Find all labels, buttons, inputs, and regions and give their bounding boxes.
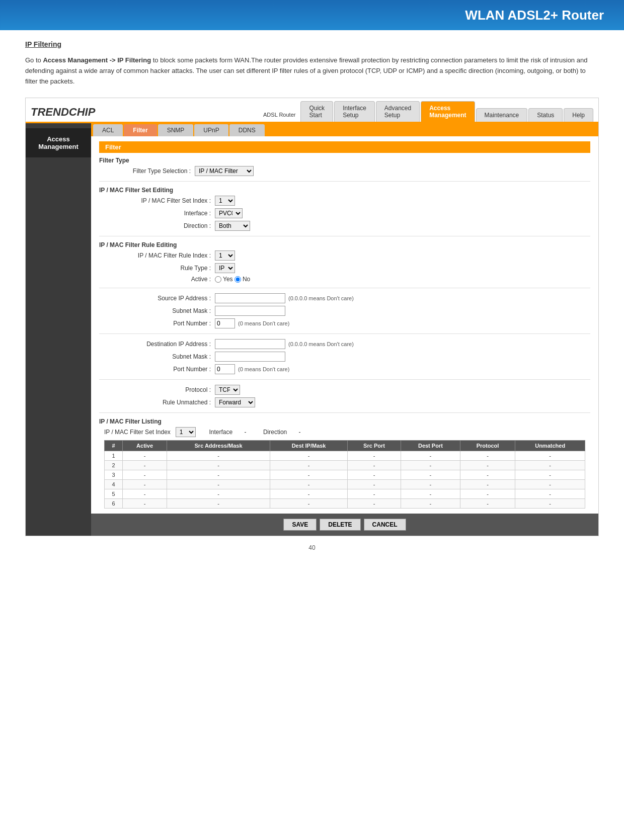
rule-unmatched-label: Rule Unmatched : — [104, 399, 215, 406]
active-label: Active : — [104, 276, 215, 283]
direction-select[interactable]: BothIncomingOutgoing — [215, 221, 250, 231]
listing-set-index-select[interactable]: 1 — [176, 427, 196, 437]
table-row: 5 - - - - - - - — [105, 489, 585, 499]
ip-filtering-heading: IP Filtering — [25, 40, 599, 48]
interface-row: Interface : PVC0PVC1PVC2 — [99, 208, 590, 218]
cell-num: 4 — [105, 480, 123, 489]
dest-subnet-input[interactable] — [215, 352, 285, 362]
router-frame: TRENDCHIP ADSL Router QuickStart Interfa… — [25, 98, 599, 536]
protocol-row: Protocol : TCPUDPICMPAny — [99, 385, 590, 395]
src-subnet-input[interactable] — [215, 306, 285, 316]
col-dest: Dest IP/Mask — [270, 441, 348, 451]
src-port-row: Port Number : (0 means Don't care) — [99, 318, 590, 328]
cancel-button[interactable]: CANCEL — [364, 519, 406, 531]
cell-dest-port: - — [401, 451, 460, 461]
cell-unmatched: - — [515, 480, 585, 489]
router-body: AccessManagement ACL Filter SNMP UPnP DD… — [26, 123, 598, 536]
col-src: Src Address/Mask — [167, 441, 270, 451]
cell-active: - — [123, 470, 167, 480]
dest-port-input[interactable] — [215, 364, 235, 374]
cell-protocol: - — [460, 461, 515, 470]
cell-num: 3 — [105, 470, 123, 480]
rule-type-select[interactable]: IPMAC — [215, 263, 235, 273]
cell-num: 2 — [105, 461, 123, 470]
cell-src: - — [167, 461, 270, 470]
page-number: 40 — [308, 544, 315, 551]
rule-index-select[interactable]: 123 — [215, 250, 235, 261]
table-row: 3 - - - - - - - — [105, 470, 585, 480]
cell-dest: - — [270, 451, 348, 461]
active-yes-label: Yes — [223, 276, 233, 283]
direction-row: Direction : BothIncomingOutgoing — [99, 221, 590, 231]
filter-type-select[interactable]: IP / MAC Filter Application Filter URL F… — [195, 166, 254, 176]
src-port-input[interactable] — [215, 318, 235, 328]
bottom-bar: SAVE DELETE CANCEL — [91, 514, 598, 536]
ip-mac-set-editing-label: IP / MAC Filter Set Editing — [99, 187, 590, 194]
interface-select[interactable]: PVC0PVC1PVC2 — [215, 208, 243, 218]
main-area: ACL Filter SNMP UPnP DDNS Filter Filter … — [91, 123, 598, 536]
cell-src-port: - — [347, 480, 401, 489]
dest-ip-input[interactable] — [215, 339, 285, 349]
tab-maintenance[interactable]: Maintenance — [476, 108, 528, 122]
active-row: Active : Yes No — [99, 276, 590, 283]
interface-label: Interface : — [104, 210, 215, 217]
cell-src-port: - — [347, 499, 401, 509]
listing-header-row: IP / MAC Filter Set Index 1 Interface - … — [99, 427, 590, 437]
cell-protocol: - — [460, 489, 515, 499]
listing-interface-value: - — [245, 429, 247, 436]
listing-interface-label: Interface — [209, 429, 233, 436]
cell-unmatched: - — [515, 489, 585, 499]
listing-direction-value: - — [299, 429, 301, 436]
active-no-label: No — [243, 276, 250, 283]
set-index-label: IP / MAC Filter Set Index : — [104, 197, 215, 204]
sub-tab-snmp[interactable]: SNMP — [158, 124, 194, 136]
listing-table: # Active Src Address/Mask Dest IP/Mask S… — [104, 440, 585, 509]
col-num: # — [105, 441, 123, 451]
page-content: IP Filtering Go to Access Management -> … — [0, 30, 624, 569]
intro-paragraph: Go to Access Management -> IP Filtering … — [25, 55, 599, 87]
src-port-label: Port Number : — [104, 320, 215, 327]
set-index-select[interactable]: 1234 — [215, 196, 235, 206]
sub-tab-ddns[interactable]: DDNS — [229, 124, 265, 136]
tab-advanced-setup[interactable]: AdvancedSetup — [376, 101, 420, 122]
src-subnet-row: Subnet Mask : — [99, 306, 590, 316]
cell-active: - — [123, 499, 167, 509]
tab-status[interactable]: Status — [528, 108, 563, 122]
dest-ip-hint: (0.0.0.0 means Don't care) — [288, 341, 354, 347]
router-header: TRENDCHIP ADSL Router QuickStart Interfa… — [26, 98, 598, 123]
tab-quick-start[interactable]: QuickStart — [300, 101, 333, 122]
page-title: WLAN ADSL2+ Router — [465, 8, 604, 23]
dest-port-hint: (0 means Don't care) — [238, 366, 289, 372]
tab-help[interactable]: Help — [564, 108, 593, 122]
save-button[interactable]: SAVE — [283, 519, 317, 531]
sub-tab-filter[interactable]: Filter — [124, 124, 157, 136]
cell-src-port: - — [347, 461, 401, 470]
cell-dest: - — [270, 480, 348, 489]
delete-button[interactable]: DELETE — [320, 519, 360, 531]
filter-type-selection-label: Filter Type Selection : — [104, 167, 195, 175]
src-ip-input[interactable] — [215, 293, 285, 303]
src-port-hint: (0 means Don't care) — [238, 320, 289, 326]
filter-type-row: Filter Type Selection : IP / MAC Filter … — [99, 166, 590, 176]
dest-subnet-row: Subnet Mask : — [99, 352, 590, 362]
rule-index-label: IP / MAC Filter Rule Index : — [104, 252, 215, 259]
protocol-select[interactable]: TCPUDPICMPAny — [215, 385, 240, 395]
col-unmatched: Unmatched — [515, 441, 585, 451]
cell-dest-port: - — [401, 499, 460, 509]
col-dest-port: Dest Port — [401, 441, 460, 451]
cell-num: 6 — [105, 499, 123, 509]
dest-subnet-label: Subnet Mask : — [104, 353, 215, 360]
table-row: 4 - - - - - - - — [105, 480, 585, 489]
col-active: Active — [123, 441, 167, 451]
dest-port-label: Port Number : — [104, 366, 215, 373]
active-yes-radio[interactable] — [215, 276, 221, 283]
cell-dest-port: - — [401, 480, 460, 489]
tab-interface-setup[interactable]: InterfaceSetup — [334, 101, 375, 122]
sub-tab-upnp[interactable]: UPnP — [194, 124, 228, 136]
tab-access-management[interactable]: AccessManagement — [421, 101, 475, 122]
active-no-radio[interactable] — [235, 276, 241, 283]
rule-unmatched-select[interactable]: ForwardNext RuleBlock — [215, 397, 255, 407]
sidebar-item-access-management[interactable]: AccessManagement — [26, 128, 91, 157]
sub-tab-acl[interactable]: ACL — [93, 124, 123, 136]
cell-unmatched: - — [515, 461, 585, 470]
